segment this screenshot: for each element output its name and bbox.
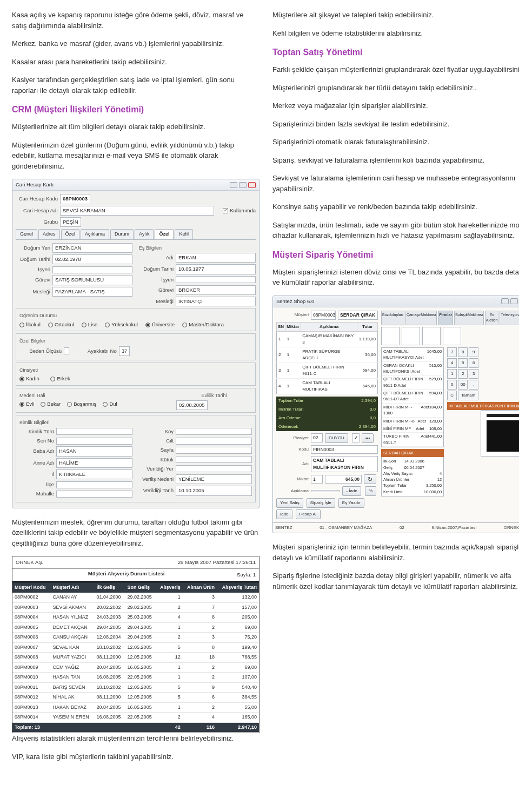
field[interactable]: [176, 428, 252, 435]
keypad-key[interactable]: 3: [469, 369, 478, 379]
keypad-key[interactable]: C: [447, 391, 457, 400]
action-button[interactable]: Hesap Al: [296, 509, 321, 519]
action-button[interactable]: Yeni Satış: [276, 498, 303, 508]
kullanimda-check[interactable]: ✓: [223, 208, 228, 213]
keypad-key[interactable]: 00: [458, 380, 468, 390]
radio[interactable]: [48, 323, 53, 327]
keypad-key[interactable]: 7: [447, 347, 457, 357]
list-item[interactable]: CAM TABLALI MULTİFIKASYOI Adet1645,00: [382, 348, 443, 362]
category-tab[interactable]: Ev Aletleri: [485, 311, 498, 325]
field[interactable]: [176, 465, 252, 472]
action-button[interactable]: Eş Yazdır: [338, 498, 364, 508]
cart-row[interactable]: 21PRATİK SÜPÜRGE ARÇELİ36,00: [277, 347, 378, 363]
list-item[interactable]: MİNİ FIRIN MFAdet108,00: [382, 425, 443, 433]
radio[interactable]: [103, 402, 108, 407]
cart-row[interactable]: 11ÇAMAŞIR MAKİNASI BKY 31.119,00: [277, 331, 378, 347]
product-tile[interactable]: [381, 327, 400, 345]
field[interactable]: [176, 276, 256, 283]
field[interactable]: 08PM0003: [311, 311, 336, 320]
field[interactable]: 10.05.1977: [176, 264, 256, 274]
product-tile[interactable]: [443, 327, 461, 345]
field[interactable]: SERDAR ÇIRAK: [338, 311, 378, 320]
radio[interactable]: [82, 323, 86, 327]
keypad-key[interactable]: 8: [458, 347, 468, 357]
field[interactable]: PAZARLAMA - SATIŞ: [52, 287, 132, 297]
list-item[interactable]: ÇİFT BÖLMELİ FIRIN 9611-DT Adet594,00: [382, 390, 443, 404]
keypad-key[interactable]: 1: [447, 369, 457, 379]
category-tab[interactable]: Buzdolapları: [381, 311, 404, 325]
minimize-icon[interactable]: [230, 182, 237, 188]
list-item[interactable]: ÇİFT BÖLMELİ FIRIN 9611-D Adet529,00: [382, 375, 443, 390]
field[interactable]: 02.02.1978: [52, 254, 132, 264]
category-tab[interactable]: Televizyon/Vcd: [500, 311, 519, 325]
field[interactable]: [56, 491, 132, 498]
percent-button[interactable]: %: [365, 486, 376, 496]
more-button[interactable]: •••: [362, 433, 374, 443]
field[interactable]: CAM TABLALI MULTİFİKASYON FIRIN: [311, 456, 378, 472]
grubu-field[interactable]: PEŞİN: [60, 217, 81, 227]
field[interactable]: FIRN0003: [311, 445, 378, 454]
iade-button[interactable]: - İade: [342, 486, 361, 496]
refresh-icon[interactable]: ↻: [364, 474, 376, 485]
field[interactable]: 37: [119, 346, 130, 356]
radio[interactable]: [145, 323, 150, 327]
field[interactable]: [64, 347, 69, 354]
field[interactable]: [311, 490, 340, 492]
tab[interactable]: Açıklama: [81, 229, 109, 239]
list-item[interactable]: MİDİ FIRIN MF-6Adet120,00: [382, 418, 443, 425]
kod-field[interactable]: 08PM0003: [60, 194, 90, 204]
minimize-icon[interactable]: [501, 298, 509, 304]
maximize-icon[interactable]: [239, 182, 247, 188]
action-button[interactable]: Sipariş İşle: [307, 498, 335, 508]
tab[interactable]: Genel: [16, 229, 37, 239]
radio[interactable]: [50, 377, 55, 381]
field[interactable]: BROKER: [176, 285, 256, 295]
field[interactable]: [56, 481, 132, 488]
field[interactable]: YENİLEME: [176, 474, 252, 484]
field[interactable]: 1: [311, 475, 323, 484]
field[interactable]: 10.10.2005: [176, 486, 252, 495]
duygu-button[interactable]: DUYGU: [325, 433, 348, 443]
field[interactable]: [176, 456, 252, 463]
field[interactable]: [176, 447, 252, 454]
category-tab[interactable]: Fırınlar: [438, 311, 453, 325]
field[interactable]: 645,00: [325, 475, 362, 484]
field[interactable]: [56, 428, 132, 435]
category-tab[interactable]: ÇamaşırMakinası: [405, 311, 437, 325]
field[interactable]: İKTİSATÇI: [176, 297, 256, 306]
field[interactable]: SATIŞ SORUMLUSU: [52, 275, 132, 285]
product-tile[interactable]: [422, 327, 441, 345]
radio[interactable]: [182, 323, 187, 327]
maximize-icon[interactable]: [510, 298, 518, 304]
tab[interactable]: Özel: [155, 229, 174, 239]
tab[interactable]: Adres: [38, 229, 60, 239]
field[interactable]: KIRIKKALE: [56, 469, 132, 479]
field[interactable]: [52, 266, 132, 273]
tab[interactable]: Kefil: [175, 229, 193, 239]
action-button[interactable]: İade: [276, 509, 292, 519]
field[interactable]: HALİME: [56, 458, 132, 468]
keypad-key[interactable]: 4: [447, 358, 457, 368]
keypad-key[interactable]: 5: [458, 358, 468, 368]
radio[interactable]: [105, 323, 110, 327]
close-icon[interactable]: [248, 182, 256, 188]
keypad-key[interactable]: 6: [469, 358, 478, 368]
keypad-key[interactable]: 0: [447, 380, 457, 390]
field[interactable]: HASAN: [56, 446, 132, 456]
check-field[interactable]: ✓: [352, 433, 360, 442]
radio[interactable]: [19, 377, 24, 381]
field[interactable]: [56, 438, 132, 445]
radio[interactable]: [67, 402, 72, 407]
field[interactable]: ERKAN: [176, 253, 256, 263]
field[interactable]: [176, 438, 252, 445]
tab[interactable]: Durum: [110, 229, 134, 239]
keypad-key[interactable]: .: [469, 380, 478, 390]
keypad-key[interactable]: 9: [469, 347, 478, 357]
list-item[interactable]: MİDİ FIRIN MF-1300Adet104,00: [382, 404, 443, 418]
product-tile[interactable]: [402, 327, 420, 345]
radio[interactable]: [19, 402, 24, 407]
list-item[interactable]: TURBO FIRIN 9311-TAdet441,00: [382, 433, 443, 447]
list-item[interactable]: CERAN OCAKLI MULTİFONKSİ Adet510,00: [382, 362, 443, 376]
cart-row[interactable]: 31ÇİFT BÖLMELİ FIRIN 9611-C594,00: [277, 363, 378, 378]
tab[interactable]: Özel: [61, 229, 80, 239]
